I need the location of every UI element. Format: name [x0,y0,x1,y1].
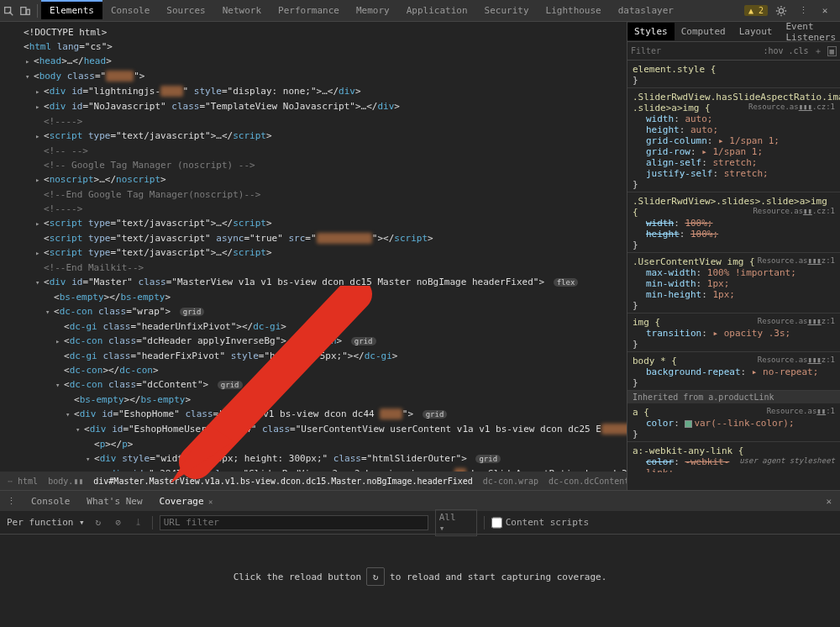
clear-icon[interactable]: ⊘ [112,516,125,530]
dom-node[interactable]: <bs-empty></bs-empty> [0,393,627,407]
dom-node[interactable]: <!DOCTYPE html> [0,25,627,40]
dom-node[interactable]: <dc-gi class="headerFixPivot" style="hei… [0,349,627,363]
dom-node[interactable]: <head>…</head> [0,54,627,69]
tab-network[interactable]: Network [214,2,270,19]
styles-tab-event-listeners[interactable]: Event Listeners [779,22,840,46]
dom-node[interactable]: <div id="NoJavascript" class="TemplateVi… [0,99,627,114]
styles-tabs: StylesComputedLayoutEvent Listeners» [627,22,840,42]
tab-elements[interactable]: Elements [41,0,102,19]
settings-icon[interactable] [773,3,790,19]
dom-node[interactable]: <!-- --> [0,144,627,158]
breadcrumb-item[interactable]: dc-con.dcContent [546,474,627,488]
dom-node[interactable]: <div id="EshopHomeUserContent4" class="U… [0,422,627,437]
close-icon[interactable]: ✕ [816,3,833,19]
styles-tab-styles[interactable]: Styles [627,23,675,40]
coverage-toolbar: Per function ▾ ↻ ⊘ ⤓ All ▾ Content scrip… [0,511,840,535]
breadcrumb-item[interactable]: body.▮▮ [45,474,86,488]
warning-badge[interactable]: ▲ 2 [744,5,768,16]
device-toggle-icon[interactable] [17,3,34,19]
styles-tab-layout[interactable]: Layout [732,23,780,40]
svg-rect-2 [27,9,30,14]
dom-node[interactable]: <div id="Master" class="MasterView v1a v… [0,275,627,290]
hov-toggle[interactable]: :hov [763,46,783,55]
breadcrumb-item[interactable]: div#Master.MasterView.v1a.v1.bs-view.dco… [91,474,475,488]
dom-node[interactable]: <!----> [0,114,627,129]
dom-node[interactable]: <body class="▮▮▮▮▮"> [0,69,627,84]
breadcrumb-item[interactable]: html [15,474,40,488]
drawer-tab-coverage[interactable]: Coverage ✕ [151,493,222,512]
export-icon[interactable]: ⤓ [132,516,145,530]
dom-node[interactable]: <dc-gi class="headerUnfixPivot"></dc-gi> [0,319,627,334]
dom-node[interactable]: <dc-con class="wrap"> grid [0,304,627,319]
computed-toggle-icon[interactable]: ▦ [827,46,837,56]
dom-node[interactable]: <!-- Google Tag Manager (noscript) --> [0,158,627,172]
breadcrumb[interactable]: ⋯html body.▮▮ div#Master.MasterView.v1a.… [0,472,627,490]
drawer-menu-icon[interactable]: ⋮ [0,496,23,507]
reload-icon[interactable]: ↻ [92,516,105,530]
perfn-select[interactable]: Per function ▾ [7,517,85,528]
dom-node[interactable]: <div id="lightningjs-▮▮▮▮" style="displa… [0,84,627,99]
tab-security[interactable]: Security [476,2,538,19]
drawer-close-icon[interactable]: ✕ [817,496,840,507]
styles-tab-computed[interactable]: Computed [675,23,732,40]
tab-sources[interactable]: Sources [158,2,213,19]
dom-node[interactable]: <div id="EshopHome" class="▮▮▮▮▮▮ v1 bs-… [0,407,627,422]
dom-node[interactable]: <!--End Google Tag Manager(noscript)--> [0,187,627,202]
tab-console[interactable]: Console [102,2,158,19]
dom-node[interactable]: <!----> [0,202,627,216]
dom-node[interactable]: <dc-con class="dcContent"> grid [0,377,627,393]
cls-toggle[interactable]: .cls [788,46,808,55]
tab-lighthouse[interactable]: Lighthouse [538,2,610,19]
content-scripts-checkbox[interactable] [491,515,502,530]
dom-node[interactable]: <p></p> [0,437,627,451]
svg-rect-1 [21,7,26,14]
url-filter-input[interactable] [160,515,428,530]
coverage-empty-message: Click the reload button ↻ to reload and … [0,535,840,619]
elements-tree[interactable]: <!DOCTYPE html><html lang="cs"><head>…</… [0,22,627,490]
svg-point-3 [779,8,783,13]
drawer-tab-console[interactable]: Console [23,493,78,510]
dom-node[interactable]: <html lang="cs"> [0,40,627,54]
dom-node[interactable]: <bs-empty></bs-empty> [0,290,627,304]
breadcrumb-item[interactable]: dc-con.wrap [480,474,541,488]
dom-node[interactable]: <div style="width: 1020px; height: 300px… [0,451,627,466]
tab-performance[interactable]: Performance [270,2,348,19]
drawer-tab-whatsnew[interactable]: What's New [78,493,150,510]
tab-application[interactable]: Application [398,2,476,19]
styles-pane: StylesComputedLayoutEvent Listeners» :ho… [627,22,840,490]
content-scripts-label: Content scripts [506,517,589,528]
devtools-toolbar: ElementsConsoleSourcesNetworkPerformance… [0,0,840,22]
dom-node[interactable]: <dc-con></dc-con> [0,363,627,377]
drawer: ⋮ ConsoleWhat's NewCoverage ✕ ✕ Per func… [0,490,840,627]
dom-node[interactable]: <script type="text/javascript">…</script… [0,129,627,144]
dom-node[interactable]: <noscript>…</noscript> [0,172,627,187]
styles-filter-input[interactable] [631,46,673,55]
dom-node[interactable]: <script type="text/javascript" async="tr… [0,231,627,245]
dom-node[interactable]: <script type="text/javascript">…</script… [0,245,627,261]
dom-node[interactable]: <script type="text/javascript">…</script… [0,216,627,231]
new-rule-icon[interactable]: ＋ [814,45,822,57]
inspect-icon[interactable] [0,3,17,19]
kebab-menu-icon[interactable]: ⋮ [795,3,811,19]
dom-node[interactable]: <dc-con class="dcHeader applyInverseBg">… [0,334,627,349]
all-select[interactable]: All ▾ [435,509,477,536]
reload-button[interactable]: ↻ [366,567,385,586]
dom-node[interactable]: <!--End Mailkit--> [0,261,627,275]
tab-memory[interactable]: Memory [348,2,398,19]
tab-dataslayer[interactable]: dataslayer [610,2,682,19]
